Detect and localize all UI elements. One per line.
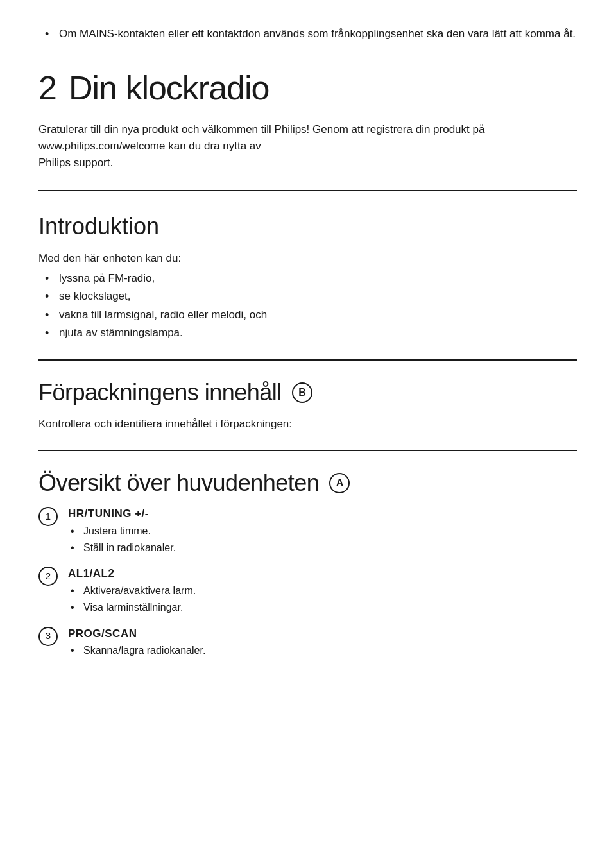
introduktion-heading: Introduktion	[38, 209, 578, 244]
oversikt-item-3: 3 PROG/SCAN Skanna/lagra radiokanaler.	[38, 626, 578, 660]
al-bullet-2: Visa larminställningar.	[71, 600, 578, 616]
divider-2	[38, 359, 578, 361]
chapter-number: 2	[38, 63, 57, 113]
oversikt-item-1-title: HR/TUNING +/-	[68, 506, 578, 522]
oversikt-item-2: 2 AL1/AL2 Aktivera/avaktivera larm. Visa…	[38, 565, 578, 616]
bullet-klockslaget: se klockslaget,	[45, 288, 578, 305]
oversikt-item-2-bullets: Aktivera/avaktivera larm. Visa larminstä…	[71, 583, 578, 616]
chapter-title: Din klockradio	[69, 70, 270, 107]
introduktion-subtitle: Med den här enheten kan du:	[38, 250, 578, 267]
numbered-circle-2: 2	[38, 567, 58, 586]
oversikt-item-3-title: PROG/SCAN	[68, 626, 578, 642]
hr-tuning-bullet-2: Ställ in radiokanaler.	[71, 540, 578, 556]
oversikt-item-2-content: AL1/AL2 Aktivera/avaktivera larm. Visa l…	[68, 565, 578, 616]
introduktion-section: Introduktion Med den här enheten kan du:…	[38, 209, 578, 342]
oversikt-heading-label: Översikt över huvudenheten	[38, 469, 319, 497]
oversikt-item-2-title: AL1/AL2	[68, 565, 578, 582]
oversikt-item-1: 1 HR/TUNING +/- Justera timme. Ställ in …	[38, 506, 578, 556]
oversikt-badge: A	[329, 473, 350, 493]
oversikt-heading-block: Översikt över huvudenheten A	[38, 469, 578, 497]
forpackning-subtitle: Kontrollera och identifiera innehållet i…	[38, 416, 578, 432]
bullet-stamningslampa: njuta av stämningslampa.	[45, 325, 578, 341]
chapter-heading-block: 2 Din klockradio	[38, 63, 578, 113]
forpackning-badge: B	[292, 382, 312, 403]
oversikt-item-1-bullets: Justera timme. Ställ in radiokanaler.	[71, 524, 578, 556]
prog-scan-bullet-1: Skanna/lagra radiokanaler.	[71, 643, 578, 659]
bullet-larmsignal: vakna till larmsignal, radio eller melod…	[45, 307, 578, 323]
intro-bullet-section: Om MAINS-kontakten eller ett kontaktdon …	[38, 26, 578, 42]
forpackning-heading-block: Förpackningens innehåll B	[38, 379, 578, 406]
oversikt-item-3-bullets: Skanna/lagra radiokanaler.	[71, 643, 578, 659]
welcome-text: Gratulerar till din nya produkt och välk…	[38, 121, 578, 172]
bullet-fm-radio: lyssna på FM-radio,	[45, 270, 578, 287]
numbered-circle-3: 3	[38, 627, 58, 646]
divider-1	[38, 190, 578, 191]
hr-tuning-bullet-1: Justera timme.	[71, 524, 578, 540]
introduktion-bullet-list: lyssna på FM-radio, se klockslaget, vakn…	[45, 270, 578, 341]
oversikt-item-3-content: PROG/SCAN Skanna/lagra radiokanaler.	[68, 626, 578, 660]
oversikt-section: Översikt över huvudenheten A 1 HR/TUNING…	[38, 469, 578, 660]
intro-bullet-item: Om MAINS-kontakten eller ett kontaktdon …	[45, 26, 578, 42]
numbered-circle-1: 1	[38, 507, 58, 526]
oversikt-item-1-content: HR/TUNING +/- Justera timme. Ställ in ra…	[68, 506, 578, 556]
forpackning-section: Förpackningens innehåll B Kontrollera oc…	[38, 379, 578, 432]
divider-3	[38, 450, 578, 451]
al-bullet-1: Aktivera/avaktivera larm.	[71, 583, 578, 599]
forpackning-heading-label: Förpackningens innehåll	[38, 379, 282, 406]
